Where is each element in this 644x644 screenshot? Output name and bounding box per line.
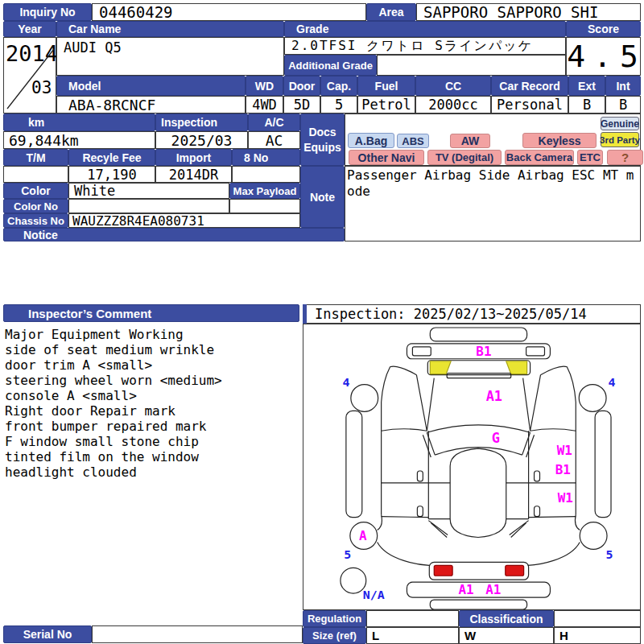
cap-value: 5 [320, 96, 357, 114]
tm-value [3, 166, 68, 183]
diagram-label-right-5: 5 [606, 547, 613, 562]
wd-value: 4WD [246, 96, 283, 114]
inquiry-no-label: Inquiry No [3, 3, 92, 21]
color-no-value [68, 199, 229, 213]
car-diagram-svg: B1 A1 G W1 B1 W1 4 4 A 5 5 N/A A1 A1 [303, 324, 640, 609]
badge-abs: ABS [397, 134, 429, 148]
comment-line: side of seat medium wrinkle [5, 342, 299, 357]
inquiry-no-value: 04460429 [92, 3, 366, 21]
max-payload-label: Max Payload [229, 183, 300, 199]
score-label: Score [566, 21, 641, 37]
fuel-value: Petrol [357, 96, 415, 114]
badge-abag: A.Bag [348, 133, 394, 148]
note-label: Note [300, 166, 345, 228]
wd-label: WD [246, 76, 283, 96]
comment-line: console A <small> [5, 388, 299, 403]
km-label: km [3, 114, 155, 131]
comment-line: steering wheel worn <medium> [5, 373, 299, 388]
tm-label: T/M [3, 149, 68, 166]
score-value: 4.5 [566, 37, 641, 76]
diagram-label-spare-na: N/A [363, 588, 385, 602]
door-value: 5D [283, 96, 320, 114]
grade-label: Grade [284, 21, 566, 37]
size-w-cell: W [459, 627, 554, 644]
serial-no-value [92, 625, 303, 643]
ac-label: A/C [248, 114, 300, 131]
badge-genuine: Genuine [601, 117, 639, 130]
inspection-period: Inspection: 2025/02/13~2025/05/14 [303, 304, 641, 324]
inspection-value: 2025/03 [155, 131, 248, 149]
serial-no-label: Serial No [3, 625, 92, 643]
area-value: SAPPORO SAPPORO SHI [416, 3, 641, 21]
diagram-label-rear-a1-left: A1 [458, 582, 473, 597]
regulation-value [366, 610, 459, 627]
classification-label: Classification [459, 610, 554, 627]
chassis-no-label: Chassis No [3, 213, 68, 228]
model-label: Model [56, 76, 246, 96]
model-value: ABA-8RCNCF [56, 96, 246, 114]
km-value: 69,844km [3, 131, 155, 149]
inspector-comment-body: Major Equipment Working side of seat med… [5, 327, 299, 488]
car-name-label: Car Name [56, 21, 284, 37]
comment-line: F window small stone chip [5, 434, 299, 449]
note-text: Passenger Airbag Side Airbag ESC MT mode [345, 166, 641, 242]
inspection-period-accent [303, 304, 307, 324]
import-value: 2014DR [155, 166, 232, 183]
import-label: Import [155, 149, 232, 166]
size-h-cell: H [554, 627, 641, 644]
cc-label: CC [415, 76, 491, 96]
recycle-fee-value: 17,190 [68, 166, 155, 183]
badge-back-camera: Back Camera [505, 150, 574, 165]
docs-label: Docs [308, 125, 336, 140]
additional-grade-label: Additional Grade [284, 55, 377, 76]
car-record-value: Personal [491, 96, 568, 114]
diagram-label-right-mirror: 4 [609, 375, 616, 390]
year-label: Year [3, 21, 56, 37]
comment-line: Major Equipment Working [5, 327, 299, 342]
recycle-fee-label: Recyle Fee [68, 149, 155, 166]
badge-other-navi: Other Navi [349, 150, 424, 165]
equipment-panel: Genuine A.Bag ABS AW Keyless 3rd Party O… [345, 114, 641, 166]
car-name-value: AUDI Q5 [56, 37, 284, 76]
diagram-label-rear-a1-right: A1 [485, 582, 501, 597]
diagram-label-front-panel: B1 [476, 344, 491, 359]
year-value-cell: 2014 03 [3, 37, 56, 114]
badge-aw: AW [450, 134, 490, 148]
comment-line: door trim A <small> [5, 357, 299, 373]
diagram-label-left-mirror: 4 [342, 375, 349, 390]
chassis-no-value: WAUZZZ8R4EA080731 [68, 213, 300, 228]
int-label: Int [605, 76, 641, 96]
badge-etc: ETC [577, 150, 603, 165]
diagram-label-left-wheel-a: A [359, 528, 367, 543]
fuel-label: Fuel [357, 76, 415, 96]
max-payload-value [229, 199, 300, 213]
car-record-label: Car Record [491, 76, 568, 96]
int-value: B [605, 96, 641, 114]
cc-value: 2000cc [415, 96, 491, 114]
diagram-label-rr-door-w1: W1 [558, 490, 573, 506]
diagram-label-left-5: 5 [344, 547, 351, 562]
year-diagonal-line [4, 38, 56, 113]
classification-value [554, 610, 641, 627]
badge-3rd-party: 3rd Party [601, 132, 639, 147]
comment-line: front bumper repaired mark [5, 419, 299, 434]
inspector-comment-header: Inspector’s Comment [3, 304, 299, 322]
area-label: Area [366, 3, 416, 21]
cap-label: Cap. [320, 76, 357, 96]
diagram-label-rf-door-b1: B1 [555, 462, 571, 477]
ext-value: B [568, 96, 605, 114]
color-label: Color [3, 183, 68, 199]
additional-grade-value [377, 55, 566, 76]
door-label: Door [283, 76, 320, 96]
color-value: White [68, 183, 229, 199]
badge-tv-digital: TV (Degital) [427, 150, 502, 165]
notice-label: Notice [3, 228, 345, 242]
badge-keyless: Keyless [522, 133, 597, 148]
equips-label: Equips [303, 140, 341, 155]
eight-no-value [232, 166, 300, 183]
grade-value: 2.0TFSI クワトロ Sラインパッケ [284, 37, 566, 55]
diagram-label-roof: G [492, 430, 500, 446]
ext-label: Ext [568, 76, 605, 96]
size-ref-label: Size (ref) [303, 627, 366, 644]
color-no-label: Color No [3, 199, 68, 213]
